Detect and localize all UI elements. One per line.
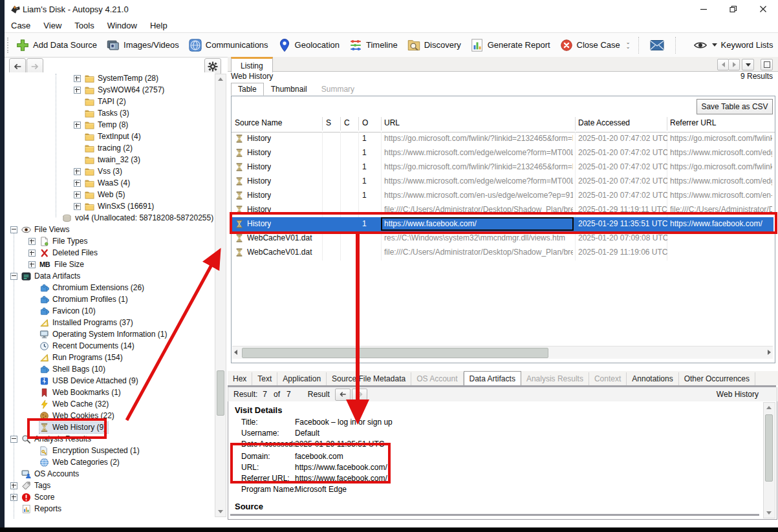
tree-item-file-types[interactable]: File Types [28,235,215,247]
tree-item-textinput[interactable]: TextInput (4) [74,131,215,142]
tree-item-web-cookies[interactable]: Web Cookies (22) [39,410,215,421]
tab-table[interactable]: Table [231,83,264,96]
table-row[interactable]: WebCacheV01.datres://C:\Windows\system32… [232,231,773,246]
tree-item-web[interactable]: Web (5) [74,189,215,200]
expand-icon[interactable] [74,191,81,198]
column-s[interactable]: S [326,118,331,127]
tree-item-os-accounts[interactable]: OS Accounts [10,468,215,480]
previous-result-button[interactable] [335,388,351,401]
tree-item-installed-programs[interactable]: Installed Programs (37) [39,317,215,328]
column-source-name[interactable]: Source Name [235,118,282,127]
tree-item-winsxs[interactable]: WinSxS (16691) [74,200,215,212]
menu-case[interactable]: Case [5,19,37,32]
expand-icon[interactable] [10,494,17,501]
minimize-button[interactable] [689,0,718,18]
expand-icon[interactable] [28,238,36,245]
restore-button[interactable] [719,0,748,18]
horizontal-scrollbar-thumb[interactable] [242,348,548,358]
tree-item-temp[interactable]: Temp (8) [74,119,215,131]
tree-item-usb-device-attached[interactable]: USB Device Attached (9) [39,375,215,387]
expand-icon[interactable] [74,180,81,187]
expand-icon[interactable] [10,482,17,489]
tree-item-file-views[interactable]: File Views [10,224,215,235]
tree-item-web-history[interactable]: Web History (9) [39,421,215,433]
collapse-icon[interactable] [10,436,17,443]
menu-window[interactable]: Window [101,19,144,32]
tree-item-waas[interactable]: WaaS (4) [74,177,215,189]
tree-item-web-cache[interactable]: Web Cache (32) [39,398,215,410]
table-row[interactable]: History1https://www.microsoft.com/en-us/… [232,189,773,203]
geolocation-button[interactable]: Geolocation [273,36,344,54]
column-o[interactable]: O [362,118,368,127]
collapse-icon[interactable] [10,226,17,233]
add-data-source-button[interactable]: Add Data Source [11,36,102,54]
timeline-button[interactable]: Timeline [344,36,402,54]
communications-button[interactable]: Communications [184,36,273,54]
tree-item-vss[interactable]: Vss (3) [74,165,215,177]
expand-icon[interactable] [74,203,81,210]
tree-item-syswow64[interactable]: SysWOW64 (2757) [74,84,215,96]
tree-item-recent-documents[interactable]: Recent Documents (14) [39,340,215,352]
tree-item-systemtemp[interactable]: SystemTemp (28) [74,72,215,84]
horizontal-scrollbar[interactable] [232,346,773,359]
scroll-up-icon[interactable] [218,78,223,81]
tree-item-chromium-profiles[interactable]: Chromium Profiles (1) [39,293,215,305]
discovery-button[interactable]: Discovery [402,36,466,54]
tab-thumbnail[interactable]: Thumbnail [264,83,314,96]
expand-icon[interactable] [28,261,36,268]
tab-application[interactable]: Application [277,372,327,385]
tree-item-analysis-results[interactable]: Analysis Results [10,433,215,445]
tab-data-artifacts[interactable]: Data Artifacts [464,371,521,385]
table-row[interactable]: Historyfile:///C:/Users/Administrator/De… [232,203,773,217]
tree-item-tracing[interactable]: tracing (2) [74,142,215,154]
details-scrollbar-thumb[interactable] [765,414,773,482]
tab-scroll-left-button[interactable] [717,59,729,70]
scroll-down-icon[interactable] [218,510,223,513]
expand-icon[interactable] [74,75,81,82]
tree-item-twain32[interactable]: twain_32 (3) [74,154,215,165]
column-url[interactable]: URL [384,118,400,127]
tree-item-chromium-extensions[interactable]: Chromium Extensions (26) [39,282,215,293]
tree-item-tags[interactable]: Tags [10,480,215,491]
tree-item-tasks[interactable]: Tasks (3) [74,107,215,119]
messages-button[interactable] [643,36,671,55]
tree-item-favicon[interactable]: Favicon (10) [39,305,215,317]
tab-annotations[interactable]: Annotations [627,372,678,385]
menu-tools[interactable]: Tools [68,19,100,32]
menu-view[interactable]: View [37,19,68,32]
tree-scrollbar-thumb[interactable] [217,370,224,416]
tree-item-vol4[interactable]: vol4 (Unallocated: 58718208-58720255) [62,212,215,224]
tree-item-encryption-suspected[interactable]: Encryption Suspected (1) [39,445,215,456]
tree-scrollbar[interactable] [215,74,226,517]
keyword-lists-button[interactable]: Keyword Lists [689,36,777,54]
tree-item-data-artifacts[interactable]: Data Artifacts [10,270,215,282]
tab-listing[interactable]: Listing [231,57,273,72]
tree-item-file-size[interactable]: MBFile Size [28,259,215,270]
generate-report-button[interactable]: Generate Report [466,36,555,54]
column-referrer-url[interactable]: Referrer URL [670,118,716,127]
expand-icon[interactable] [74,122,81,129]
save-table-as-csv-button[interactable]: Save Table as CSV [697,99,773,114]
tab-list-dropdown-button[interactable] [742,59,754,70]
tab-scroll-right-button[interactable] [728,59,740,70]
tree-item-os-information[interactable]: Operating System Information (1) [39,328,215,340]
close-button[interactable] [749,0,777,18]
tree-item-web-categories[interactable]: Web Categories (2) [39,456,215,468]
table-row[interactable]: History1https://go.microsoft.com/fwlink/… [232,132,773,146]
scroll-right-icon[interactable] [768,350,771,355]
table-row[interactable]: History1https://www.microsoft.com/edge/w… [232,146,773,160]
tree-item-deleted-files[interactable]: Deleted Files [28,247,215,259]
table-row[interactable]: WebCacheV01.datfile:///C:/Users/Administ… [232,246,773,260]
column-date-accessed[interactable]: Date Accessed [578,118,630,127]
table-row[interactable]: History1https://www.microsoft.com/edge/w… [232,175,773,189]
table-row-selected[interactable]: History1https://www.facebook.com/2025-01… [232,217,773,231]
column-c[interactable]: C [344,118,350,127]
scroll-left-icon[interactable] [234,350,237,355]
tab-hex[interactable]: Hex [228,372,252,385]
tab-text[interactable]: Text [252,372,277,385]
menu-help[interactable]: Help [144,19,174,32]
tree-item-web-bookmarks[interactable]: Web Bookmarks (1) [39,387,215,398]
images-videos-button[interactable]: Images/Videos [102,36,184,54]
tree-item-tapi[interactable]: TAPI (2) [74,96,215,107]
tree-item-score[interactable]: Score [10,491,215,503]
